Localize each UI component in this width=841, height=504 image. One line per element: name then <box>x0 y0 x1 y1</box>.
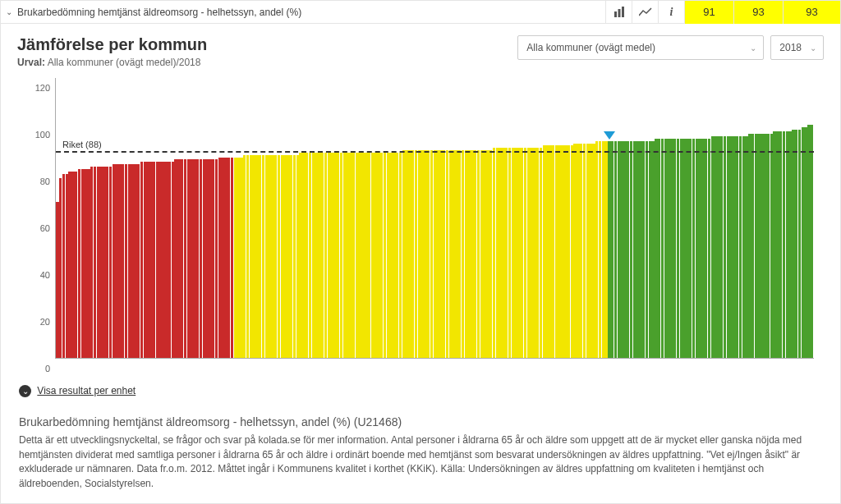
bar-series <box>56 78 814 358</box>
svg-rect-2 <box>622 7 624 17</box>
y-tick-label: 40 <box>19 270 50 280</box>
filter-dropdown[interactable]: Alla kommuner (ovägt medel)⌄ <box>517 35 764 60</box>
chevron-down-icon: ⌄ <box>810 44 816 53</box>
chevron-down-icon[interactable]: ⌄ <box>1 7 17 16</box>
header: Jämförelse per kommun Urval: Alla kommun… <box>1 24 840 71</box>
chevron-down-icon: ⌄ <box>750 44 756 53</box>
y-tick-label: 0 <box>19 364 50 373</box>
info-icon[interactable]: i <box>658 1 684 24</box>
bar-chart-icon[interactable] <box>605 1 632 24</box>
marker-icon <box>604 131 615 140</box>
svg-rect-0 <box>614 11 617 17</box>
results-link-row: ⌄ Visa resultat per enhet <box>1 373 840 397</box>
y-tick-label: 120 <box>19 83 50 93</box>
year-dropdown[interactable]: 2018⌄ <box>770 35 824 60</box>
line-chart-icon[interactable] <box>632 1 658 24</box>
metric-badge-1: 91 <box>684 1 733 24</box>
reference-label: Riket (88) <box>61 140 103 149</box>
selection-subtitle: Urval: Alla kommuner (ovägt medel)/2018 <box>17 57 511 68</box>
chart: Riket (88) 020406080100120 <box>19 78 822 373</box>
chevron-down-circle-icon[interactable]: ⌄ <box>19 385 31 397</box>
topbar: ⌄ Brukarbedömning hemtjänst äldreomsorg … <box>1 1 840 24</box>
metric-badge-2: 93 <box>733 1 783 24</box>
y-tick-label: 60 <box>19 223 50 233</box>
y-tick-label: 100 <box>19 130 50 140</box>
y-tick-label: 80 <box>19 176 50 186</box>
reference-line: Riket (88) <box>56 151 814 153</box>
bar[interactable] <box>811 125 813 358</box>
description: Brukarbedömning hemtjänst äldreomsorg - … <box>1 397 840 491</box>
metric-badge-3: 93 <box>783 1 840 24</box>
description-body: Detta är ett utvecklingsnyckeltal, se fr… <box>19 433 822 491</box>
panel-title: Brukarbedömning hemtjänst äldreomsorg - … <box>17 7 605 18</box>
page-title: Jämförelse per kommun <box>17 35 511 54</box>
svg-rect-1 <box>618 9 620 17</box>
description-title: Brukarbedömning hemtjänst äldreomsorg - … <box>19 415 822 428</box>
y-tick-label: 20 <box>19 317 50 327</box>
show-results-link[interactable]: Visa resultat per enhet <box>37 385 136 396</box>
